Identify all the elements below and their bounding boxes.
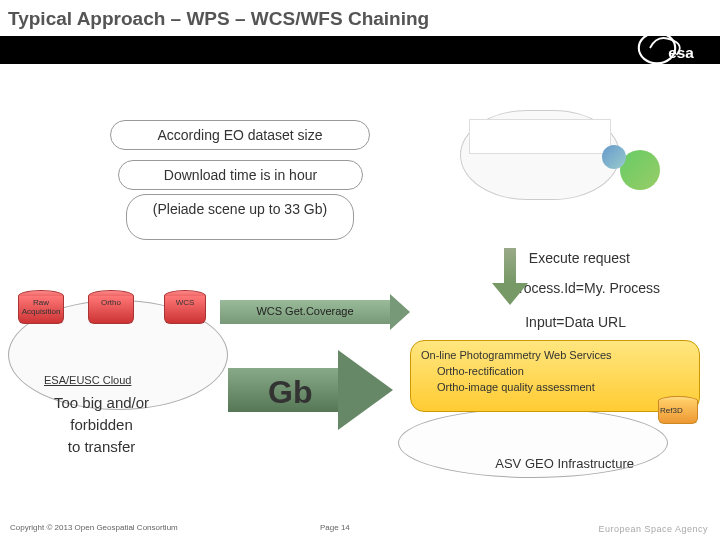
page-number: Page 14 xyxy=(320,523,350,532)
arrow-down-icon xyxy=(490,248,530,308)
too-big-text: Too big and/or forbidden to transfer xyxy=(54,392,149,458)
input-label: Input=Data URL xyxy=(525,314,626,330)
execute-label: Execute request xyxy=(529,250,630,266)
service-line-1: On-line Photogrammetry Web Services xyxy=(421,347,689,363)
db-raw: Raw Acquisition xyxy=(18,290,64,328)
cloud-label: ESA/EUSC Cloud xyxy=(44,374,131,386)
asv-label: ASV GEO Infrastructure xyxy=(495,456,634,471)
slide-title: Typical Approach – WPS – WCS/WFS Chainin… xyxy=(8,8,429,30)
getcoverage-arrow: WCS Get.Coverage xyxy=(220,300,390,324)
header-bar xyxy=(0,36,720,64)
gb-arrow: Gb xyxy=(228,350,398,430)
process-label: Process.Id=My. Process xyxy=(510,280,660,296)
db-ref3d: Ref3D xyxy=(658,396,698,428)
service-line-3: Ortho-image quality assessment xyxy=(421,379,689,395)
catalog-graphic xyxy=(460,110,620,200)
db-ref3d-label: Ref3D xyxy=(660,406,683,415)
esa-logo: esa xyxy=(636,26,706,74)
db-wcs: WCS xyxy=(164,290,206,328)
svg-text:esa: esa xyxy=(668,44,694,61)
db-raw-label: Raw Acquisition xyxy=(18,298,64,316)
info-bubble-1: According EO dataset size xyxy=(110,120,370,150)
gb-text: Gb xyxy=(268,374,312,411)
db-ortho: Ortho xyxy=(88,290,134,328)
info-bubble-3: (Pleiade scene up to 33 Gb) xyxy=(126,194,354,240)
esa-footer: European Space Agency xyxy=(598,524,708,534)
service-line-2: Ortho-rectification xyxy=(421,363,689,379)
users-icon xyxy=(620,150,660,190)
copyright: Copyright © 2013 Open Geospatial Consort… xyxy=(10,523,178,532)
db-wcs-label: WCS xyxy=(164,298,206,307)
info-bubble-2: Download time is in hour xyxy=(118,160,363,190)
services-box: On-line Photogrammetry Web Services Orth… xyxy=(410,340,700,412)
db-ortho-label: Ortho xyxy=(88,298,134,307)
